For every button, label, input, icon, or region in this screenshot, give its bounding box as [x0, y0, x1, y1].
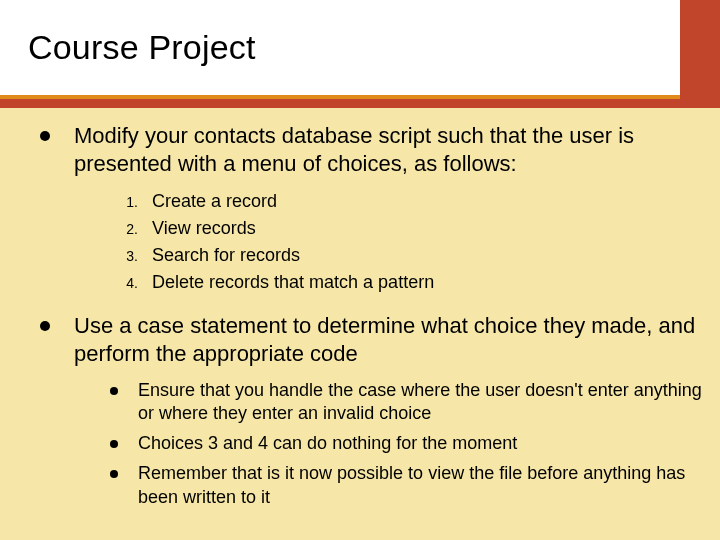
sub-bullet-item: Ensure that you handle the case where th… [110, 379, 702, 427]
sub-bullet-text: Choices 3 and 4 can do nothing for the m… [138, 432, 517, 456]
slide-title: Course Project [0, 28, 256, 67]
number-marker: 2. [118, 219, 152, 240]
slide: Course Project Modify your contacts data… [0, 0, 720, 540]
slide-content: Modify your contacts database script suc… [30, 122, 702, 515]
numbered-text: View records [152, 215, 256, 242]
numbered-item: 2. View records [118, 215, 702, 242]
bullet-icon [110, 470, 118, 478]
numbered-list: 1. Create a record 2. View records 3. Se… [118, 188, 702, 296]
number-marker: 1. [118, 192, 152, 213]
numbered-text: Delete records that match a pattern [152, 269, 434, 296]
numbered-text: Search for records [152, 242, 300, 269]
bullet-icon [40, 321, 50, 331]
bullet-icon [110, 440, 118, 448]
bullet-item: Use a case statement to determine what c… [30, 312, 702, 368]
numbered-item: 1. Create a record [118, 188, 702, 215]
bullet-text: Use a case statement to determine what c… [74, 312, 702, 368]
number-marker: 3. [118, 246, 152, 267]
bullet-text: Modify your contacts database script suc… [74, 122, 702, 178]
number-marker: 4. [118, 273, 152, 294]
bullet-icon [110, 387, 118, 395]
bullet-icon [40, 131, 50, 141]
numbered-item: 4. Delete records that match a pattern [118, 269, 702, 296]
header-inner: Course Project [0, 0, 680, 95]
sub-bullet-text: Ensure that you handle the case where th… [138, 379, 702, 427]
sub-bullet-item: Remember that is it now possible to view… [110, 462, 702, 510]
bullet-item: Modify your contacts database script suc… [30, 122, 702, 178]
sub-bullet-text: Remember that is it now possible to view… [138, 462, 702, 510]
header-band: Course Project [0, 0, 720, 108]
numbered-text: Create a record [152, 188, 277, 215]
title-underline [0, 95, 680, 99]
sub-bullet-list: Ensure that you handle the case where th… [110, 379, 702, 510]
sub-bullet-item: Choices 3 and 4 can do nothing for the m… [110, 432, 702, 456]
numbered-item: 3. Search for records [118, 242, 702, 269]
